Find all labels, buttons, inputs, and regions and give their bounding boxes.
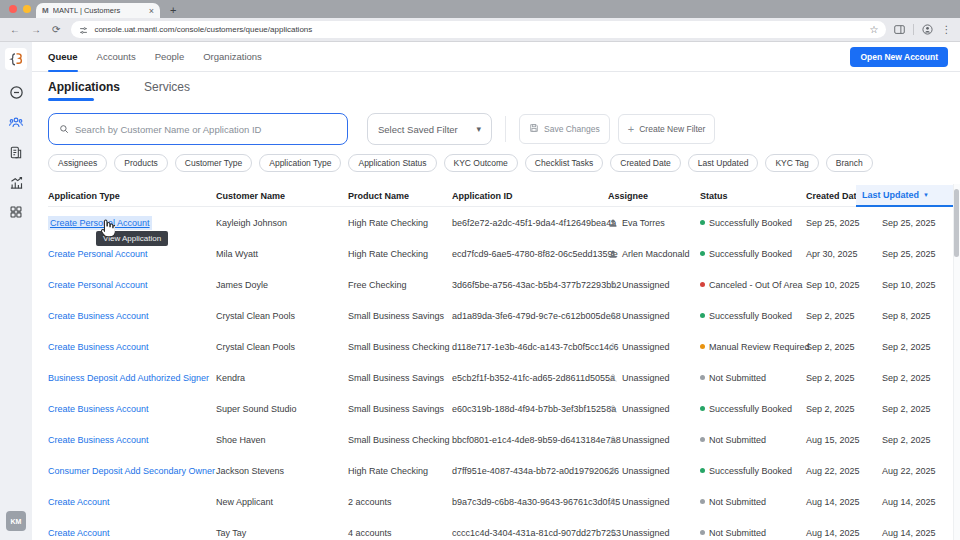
created-date-cell: Aug 14, 2025 <box>806 528 882 538</box>
reload-icon[interactable]: ⟳ <box>52 24 60 35</box>
browser-tabstrip: M MANTL | Customers × + <box>0 0 960 18</box>
application-type-link[interactable]: Create Account <box>48 528 110 538</box>
saved-filter-select[interactable]: Select Saved Filter ▾ <box>367 113 492 145</box>
application-id-cell: bbcf0801-e1c4-4de8-9b59-d6413184e7a8 <box>452 435 608 445</box>
open-new-account-button[interactable]: Open New Account <box>850 47 948 67</box>
customers-icon[interactable] <box>8 115 24 130</box>
customer-name-cell: Mila Wyatt <box>216 249 348 259</box>
application-id-cell: 3d66f5be-a756-43ac-b5b4-377b72293bb2 <box>452 280 608 290</box>
filter-chip-assignees[interactable]: Assignees <box>48 154 107 172</box>
browser-tab[interactable]: M MANTL | Customers × <box>36 3 160 18</box>
customer-name-cell: James Doyle <box>216 280 348 290</box>
application-type-link[interactable]: Create Business Account <box>48 311 149 321</box>
nav-item-organizations[interactable]: Organizations <box>203 42 262 72</box>
application-id-cell: ad1a89da-3fe6-479d-9c7e-c612b005de68 <box>452 311 608 321</box>
last-updated-cell: Sep 2, 2025 <box>882 373 960 383</box>
application-type-link[interactable]: Create Account <box>48 497 110 507</box>
status-cell: Successfully Booked <box>700 311 806 321</box>
filter-chip-last-updated[interactable]: Last Updated <box>688 154 759 172</box>
status-dot <box>700 313 705 318</box>
tab-close-icon[interactable]: × <box>149 6 154 16</box>
bank-logo[interactable] <box>5 48 27 70</box>
nav-item-queue[interactable]: Queue <box>48 42 78 72</box>
filter-chip-application-status[interactable]: Application Status <box>348 154 436 172</box>
nav-item-accounts[interactable]: Accounts <box>97 42 136 72</box>
table-row: Consumer Deposit Add Secondary OwnerJack… <box>48 455 960 486</box>
toolbar-divider <box>913 24 914 35</box>
column-header-product-name[interactable]: Product Name <box>348 185 452 207</box>
table-row: Create Personal AccountMila WyattHigh Ra… <box>48 238 960 269</box>
column-header-application-type[interactable]: Application Type <box>48 185 216 207</box>
application-type-link[interactable]: Create Business Account <box>48 342 149 352</box>
accounts-document-icon[interactable] <box>9 145 23 160</box>
column-header-status[interactable]: Status <box>700 185 806 207</box>
new-tab-button[interactable]: + <box>170 4 176 16</box>
column-header-last-updated[interactable]: Last Updated▼ <box>856 185 960 207</box>
url-text[interactable]: console.uat.mantl.com/console/customers/… <box>94 25 863 34</box>
assignee-cell[interactable]: Unassigned <box>608 435 700 445</box>
assignee-cell[interactable]: Unassigned <box>608 404 700 414</box>
assignee-cell[interactable]: Unassigned <box>608 342 700 352</box>
bookmark-star-icon[interactable]: ☆ <box>869 24 878 35</box>
section-tabs: ApplicationsServices <box>48 80 960 101</box>
profile-icon[interactable] <box>922 21 933 39</box>
scrollbar-thumb[interactable] <box>954 189 959 257</box>
application-type-link[interactable]: Business Deposit Add Authorized Signer <box>48 373 209 383</box>
window-close-button[interactable] <box>9 5 17 13</box>
assignee-cell[interactable]: Unassigned <box>608 311 700 321</box>
create-new-filter-button[interactable]: + Create New Filter <box>618 114 716 144</box>
filter-chip-kyc-outcome[interactable]: KYC Outcome <box>444 154 518 172</box>
assignee-cell[interactable]: Unassigned <box>608 528 700 538</box>
assignee-cell[interactable]: Eva Torres <box>608 218 700 228</box>
tab-services[interactable]: Services <box>144 80 190 101</box>
user-avatar[interactable]: KM <box>6 511 26 531</box>
toolbar-divider <box>505 116 506 142</box>
window-minimize-button[interactable] <box>23 5 31 13</box>
address-bar[interactable]: console.uat.mantl.com/console/customers/… <box>71 21 886 38</box>
filter-chip-products[interactable]: Products <box>114 154 168 172</box>
assignee-cell[interactable]: Unassigned <box>608 466 700 476</box>
application-type-link[interactable]: Create Business Account <box>48 435 149 445</box>
column-header-customer-name[interactable]: Customer Name <box>216 185 348 207</box>
back-icon[interactable]: ← <box>10 24 20 35</box>
queue-minus-circle-icon[interactable] <box>9 85 24 100</box>
side-panel-icon[interactable] <box>894 21 905 39</box>
reports-chart-icon[interactable] <box>9 175 24 190</box>
search-input[interactable] <box>75 124 337 135</box>
application-type-link[interactable]: Create Personal Account <box>48 249 148 259</box>
plus-icon: + <box>628 123 634 135</box>
save-changes-button[interactable]: Save Changes <box>519 114 610 144</box>
unassigned-icon <box>608 342 618 352</box>
assignee-cell[interactable]: Unassigned <box>608 280 700 290</box>
unassigned-icon <box>608 311 618 321</box>
filter-chip-customer-type[interactable]: Customer Type <box>175 154 252 172</box>
product-name-cell: High Rate Checking <box>348 466 452 476</box>
apps-grid-icon[interactable] <box>9 205 23 219</box>
application-type-link[interactable]: Consumer Deposit Add Secondary Owner <box>48 466 215 476</box>
filter-chip-application-type[interactable]: Application Type <box>259 154 341 172</box>
column-header-assignee[interactable]: Assignee <box>608 185 700 207</box>
application-type-link[interactable]: Create Business Account <box>48 404 149 414</box>
status-dot <box>700 437 705 442</box>
table-row: Create Business AccountCrystal Clean Poo… <box>48 331 960 362</box>
tab-applications[interactable]: Applications <box>48 80 120 101</box>
tune-icon[interactable] <box>79 21 88 39</box>
filter-chip-created-date[interactable]: Created Date <box>610 154 681 172</box>
application-type-link[interactable]: Create Personal Account <box>48 280 148 290</box>
forward-icon[interactable]: → <box>31 24 41 35</box>
filter-chip-kyc-tag[interactable]: KYC Tag <box>765 154 818 172</box>
nav-item-people[interactable]: People <box>155 42 185 72</box>
status-cell: Successfully Booked <box>700 249 806 259</box>
assignee-cell[interactable]: Unassigned <box>608 497 700 507</box>
last-updated-cell: Sep 2, 2025 <box>882 435 960 445</box>
unassigned-icon <box>608 497 618 507</box>
assignee-cell[interactable]: Arlen Macdonald <box>608 249 700 259</box>
filter-chip-checklist-tasks[interactable]: Checklist Tasks <box>525 154 603 172</box>
last-updated-cell: Sep 2, 2025 <box>882 404 960 414</box>
browser-menu-icon[interactable]: ⋮ <box>941 24 951 35</box>
app-window: KM QueueAccountsPeopleOrganizationsOpen … <box>0 42 960 540</box>
search-box[interactable] <box>48 113 348 145</box>
column-header-application-id[interactable]: Application ID <box>452 185 608 207</box>
filter-chip-branch[interactable]: Branch <box>826 154 873 172</box>
assignee-cell[interactable]: Unassigned <box>608 373 700 383</box>
